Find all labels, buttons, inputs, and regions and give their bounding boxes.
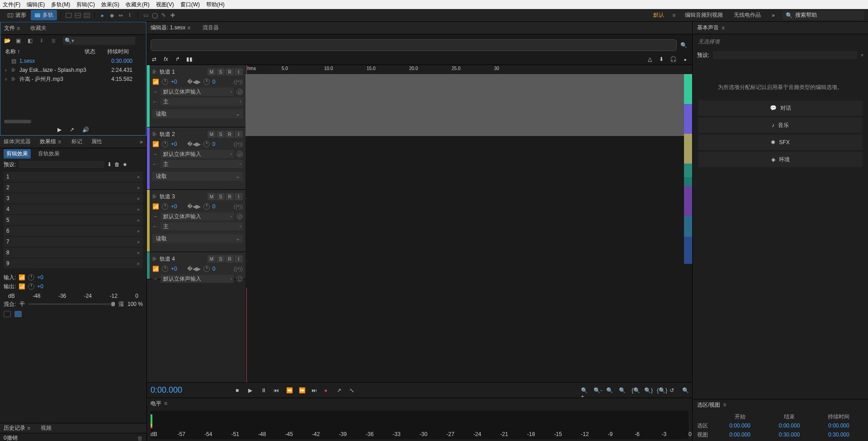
track-header[interactable]: ⊪轨道 1MSRI📶+0�◀▶0((•))→默认立体声输入›∅←主›读取⌄	[147, 65, 245, 127]
track-lane[interactable]	[245, 261, 684, 288]
spectral-pitch-icon[interactable]	[74, 11, 82, 19]
timeline-area[interactable]: hms 5.010.015.020.025.030	[245, 65, 692, 382]
phase-button[interactable]: ∅	[236, 213, 243, 220]
delete-icon[interactable]: 🗑	[51, 38, 58, 44]
zoom-full-icon[interactable]: 🔍	[606, 387, 613, 394]
pan-knob[interactable]	[203, 79, 210, 85]
input-dropdown[interactable]: 默认立体声输入›	[160, 88, 234, 96]
pan-knob[interactable]	[203, 266, 210, 272]
subtab-track-effects[interactable]: 音轨效果	[35, 149, 62, 159]
mute-button[interactable]: M	[208, 255, 216, 263]
tabs-overflow[interactable]: »	[140, 139, 143, 145]
track-color-chip[interactable]	[684, 237, 692, 264]
track-color-chip[interactable]	[684, 134, 692, 164]
effect-slot[interactable]: 2▸	[4, 183, 143, 192]
file-row[interactable]: ▤1.sesx0:30.000	[0, 56, 146, 66]
delete-history-icon[interactable]: 🗑	[137, 435, 143, 441]
delete-preset-icon[interactable]: 🗑	[114, 161, 120, 168]
stop-button[interactable]: ■	[236, 387, 242, 394]
effect-slot[interactable]: 7▸	[4, 237, 143, 247]
essential-sound-category-button[interactable]: 💬对话	[698, 100, 863, 116]
heal-tool-icon[interactable]: ✚	[169, 11, 177, 19]
sends-icon[interactable]: ↱	[174, 56, 181, 63]
track-header[interactable]: ⊪轨道 4MSRI📶+0�◀▶0((•))→默认立体声输入›∅	[147, 252, 245, 279]
track-lane[interactable]	[245, 74, 684, 136]
effect-slot[interactable]: 3▸	[4, 193, 143, 203]
automation-mode-dropdown[interactable]: 读取⌄	[152, 234, 243, 243]
scrollbar-thumb[interactable]	[4, 120, 31, 123]
track-color-chip[interactable]	[684, 104, 692, 134]
time-select-tool-icon[interactable]: I	[126, 11, 134, 19]
monitor-icon[interactable]: 🎧	[670, 56, 677, 63]
menu-clip[interactable]: 剪辑(C)	[76, 1, 95, 9]
menu-help[interactable]: 帮助(H)	[206, 1, 225, 9]
panel-menu-icon[interactable]	[723, 402, 727, 408]
essential-sound-category-button[interactable]: ♪音乐	[698, 117, 863, 133]
output-gain-value[interactable]: +0	[37, 283, 43, 290]
volume-knob[interactable]	[162, 141, 168, 147]
workspace-more[interactable]: »	[769, 11, 778, 19]
zoom-out-point-icon[interactable]: 🔍}	[644, 387, 651, 394]
time-value[interactable]: 0:30.000	[814, 432, 863, 438]
input-gain-knob[interactable]	[28, 274, 34, 281]
time-value[interactable]: 0:30.000	[764, 432, 814, 438]
play-button[interactable]: ▶	[248, 387, 255, 394]
fx-button[interactable]	[14, 311, 22, 317]
zoom-in-icon[interactable]: 🔍+	[581, 387, 587, 394]
eq-icon[interactable]: ▮▮	[186, 56, 193, 63]
panel-menu-icon[interactable]	[27, 425, 32, 432]
solo-button[interactable]: S	[217, 68, 225, 75]
forward-button[interactable]: ⏩	[299, 387, 305, 394]
favorite-preset-icon[interactable]: ★	[123, 161, 127, 168]
tab-video[interactable]: 视频	[41, 424, 52, 432]
loop-preview-icon[interactable]: ↗	[70, 127, 74, 133]
slip-tool-icon[interactable]: ⇔	[117, 11, 125, 19]
tab-effects-rack[interactable]: 效果组	[40, 138, 62, 145]
phase-button[interactable]: ∅	[236, 151, 243, 157]
arm-record-button[interactable]: R	[226, 193, 234, 200]
mix-slider[interactable]	[28, 303, 115, 305]
effect-slot[interactable]: 6▸	[4, 226, 143, 236]
panel-menu-icon[interactable]	[164, 400, 169, 407]
autoplay-icon[interactable]: 🔊	[82, 127, 89, 133]
new-file-icon[interactable]: ▣	[16, 38, 23, 44]
razor-tool-icon[interactable]: ◆	[108, 11, 116, 19]
insert-icon[interactable]: ⬇	[39, 38, 47, 44]
workspace-audio-video[interactable]: 编辑音频到视频	[682, 10, 726, 20]
volume-knob[interactable]	[162, 203, 168, 210]
phase-button[interactable]: ∅	[236, 276, 243, 282]
track-color-chip[interactable]	[684, 186, 692, 216]
es-preset-dropdown[interactable]	[713, 51, 857, 59]
timeline-ruler[interactable]: hms 5.010.015.020.025.030	[245, 65, 692, 74]
tab-mixer[interactable]: 混音器	[203, 24, 219, 32]
mix-percent[interactable]: 100 %	[127, 301, 143, 307]
tab-markers[interactable]: 标记	[71, 138, 82, 145]
panel-menu-icon[interactable]	[722, 25, 726, 31]
monitor-input-button[interactable]: I	[235, 193, 243, 200]
tab-favorites[interactable]: 收藏夹	[30, 24, 47, 32]
phase-button[interactable]: ∅	[236, 89, 243, 95]
solo-button[interactable]: S	[217, 193, 225, 200]
go-end-button[interactable]: ⏭	[311, 387, 318, 394]
volume-knob[interactable]	[162, 266, 168, 272]
tab-editor[interactable]: 编辑器: 1.sesx	[151, 24, 192, 32]
multitrack-mode-button[interactable]: 多轨	[31, 10, 57, 20]
input-gain-value[interactable]: +0	[37, 274, 43, 281]
effect-slot[interactable]: 5▸	[4, 215, 143, 225]
lasso-tool-icon[interactable]: ◯	[151, 11, 159, 19]
file-row[interactable]: ›⊪许嵩 - 庐州月.mp34:15.582	[0, 75, 146, 84]
volume-knob[interactable]	[162, 79, 168, 85]
open-file-icon[interactable]: 📂	[4, 38, 11, 44]
automation-mode-dropdown[interactable]: 读取⌄	[152, 172, 243, 181]
files-search-input[interactable]: 🔍▾	[63, 37, 135, 45]
history-entry[interactable]: 0撤销	[4, 434, 18, 441]
fx-icon[interactable]: fx	[162, 56, 170, 63]
time-value[interactable]: 0:00.000	[715, 422, 764, 429]
save-preset-icon[interactable]: ⬇	[107, 161, 112, 168]
arm-record-button[interactable]: R	[226, 68, 234, 75]
menu-effects[interactable]: 效果(S)	[101, 1, 119, 9]
track-color-chip[interactable]	[684, 177, 692, 186]
go-start-button[interactable]: ⏮	[274, 387, 280, 394]
essential-sound-category-button[interactable]: ◈环境	[698, 152, 863, 167]
timecode-display[interactable]: 0:00.000	[151, 385, 214, 395]
